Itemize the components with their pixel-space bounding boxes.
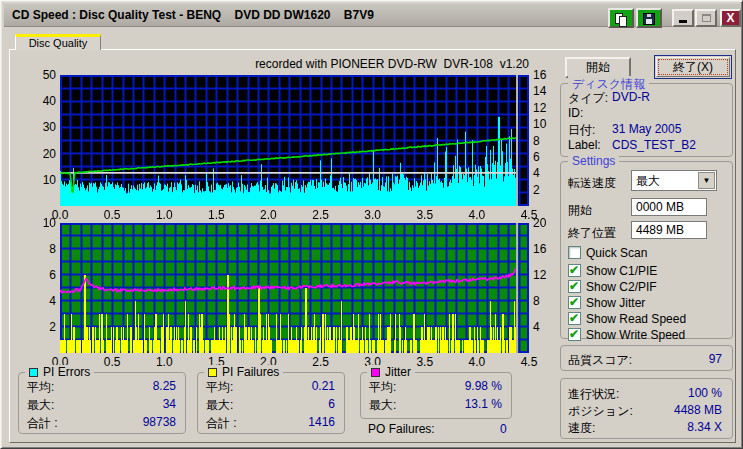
pi-errors-legend-swatch (29, 368, 38, 377)
checkbox-show-c1-pie[interactable]: Show C1/PIE (568, 264, 728, 279)
progress-value: 100 % (688, 386, 722, 400)
show-c2-pif-checkbox-icon[interactable] (568, 280, 581, 293)
transfer-rate-select[interactable]: 最大 ▼ (631, 170, 717, 191)
x-axis-tick: 0.5 (98, 208, 126, 222)
right-axis-tick: 4 (533, 320, 557, 334)
save-icon[interactable] (636, 8, 662, 28)
recorded-with-annotation: recorded with PIONEER DVD-RW DVR-108 v1.… (60, 57, 529, 71)
show-jitter-label: Show Jitter (586, 296, 645, 310)
pi-failures-max-value: 6 (328, 397, 335, 411)
show-jitter-checkbox-icon[interactable] (568, 296, 581, 309)
right-axis-tick: 14 (533, 84, 557, 98)
show-write-speed-checkbox-icon[interactable] (568, 328, 581, 341)
checkbox-show-read-speed[interactable]: Show Read Speed (568, 312, 728, 327)
tab-disc-quality[interactable]: Disc Quality (15, 34, 101, 50)
pi-errors-avg-value: 8.25 (153, 379, 176, 393)
pi-failures-jitter-chart (60, 223, 529, 353)
right-axis-tick: 4 (533, 166, 557, 180)
disc-label-value: CDS_TEST_B2 (612, 138, 696, 152)
show-c1-pie-label: Show C1/PIE (586, 264, 657, 278)
scan-start-input[interactable]: 0000 MB (631, 198, 707, 216)
transfer-rate-value: 最大 (636, 174, 660, 188)
disc-type-value: DVD-R (612, 90, 650, 104)
minimize-button[interactable] (672, 9, 694, 27)
scan-end-label: 終了位置 (568, 225, 616, 242)
tab-label: Disc Quality (29, 37, 88, 49)
jitter-avg-label: 平均: (369, 379, 396, 396)
stop-button-label: 終了(X) (673, 60, 713, 74)
po-failures-value: 0 (500, 422, 507, 436)
pi-failures-avg-value: 0.21 (312, 379, 335, 393)
left-axis-tick: 10 (34, 216, 56, 230)
pi-failures-avg-label: 平均: (206, 379, 233, 396)
jitter-legend: Jitter (367, 365, 415, 379)
x-axis-tick: 4.0 (463, 355, 491, 369)
x-axis-tick: 4.5 (515, 355, 543, 369)
jitter-legend-swatch (371, 368, 380, 377)
copy-icon[interactable] (608, 8, 634, 28)
maximize-icon (702, 14, 711, 22)
right-axis-tick: 16 (533, 242, 557, 256)
jitter-max-label: 最大: (369, 397, 396, 414)
close-button[interactable]: X (720, 9, 741, 27)
title-bar[interactable]: CD Speed : Disc Quality Test - BENQ DVD … (4, 4, 741, 27)
start-button[interactable]: 開始 (565, 57, 631, 78)
position-label: ポジション: (568, 403, 633, 420)
jitter-stats-group: 平均: 9.98 % 最大: 13.1 % (360, 372, 512, 419)
checkbox-show-jitter[interactable]: Show Jitter (568, 296, 728, 311)
speed-value: 8.34 X (687, 420, 722, 434)
transfer-rate-label: 転送速度 (568, 175, 616, 192)
right-axis-tick: 12 (533, 268, 557, 282)
pi-errors-stats-group: 平均: 8.25 最大: 34 合計 : 98738 (18, 372, 186, 434)
po-failures-label: PO Failures: (368, 422, 435, 436)
left-axis-tick: 4 (34, 294, 56, 308)
left-axis-tick: 30 (34, 120, 56, 134)
x-axis-tick: 3.5 (411, 208, 439, 222)
right-axis-tick: 6 (533, 150, 557, 164)
floppy-disk-icon (643, 13, 655, 25)
stop-button[interactable]: 終了(X) (654, 55, 732, 79)
start-button-label: 開始 (586, 60, 610, 74)
chevron-down-icon[interactable]: ▼ (698, 172, 715, 189)
pi-errors-total-label: 合計 : (27, 415, 58, 432)
checkbox-quick-scan[interactable]: Quick Scan (568, 246, 728, 261)
left-axis-tick: 20 (34, 147, 56, 161)
pi-failures-legend-swatch (208, 368, 217, 377)
show-write-speed-label: Show Write Speed (586, 328, 685, 342)
disc-date-value: 31 May 2005 (612, 122, 681, 136)
x-axis-tick: 1.0 (150, 355, 178, 369)
right-axis-tick: 12 (533, 101, 557, 115)
checkbox-show-write-speed[interactable]: Show Write Speed (568, 328, 728, 343)
pi-failures-max-label: 最大: (206, 397, 233, 414)
quick-scan-checkbox-icon[interactable] (568, 246, 581, 259)
right-axis-tick: 20 (533, 216, 557, 230)
show-read-speed-label: Show Read Speed (586, 312, 686, 326)
minimize-icon (679, 20, 687, 23)
close-icon: X (726, 11, 734, 25)
maximize-button[interactable] (695, 9, 717, 27)
right-axis-tick: 16 (533, 68, 557, 82)
pi-failures-legend: PI Failures (204, 365, 283, 379)
quality-score-group: 品質スコア: 97 (560, 345, 733, 371)
progress-label: 進行状況: (568, 386, 619, 403)
x-axis-tick: 2.0 (254, 208, 282, 222)
disc-id-label: ID: (568, 106, 583, 120)
scan-end-input[interactable]: 4489 MB (631, 221, 707, 239)
disc-type-label: タイプ: (568, 90, 608, 107)
left-axis-tick: 8 (34, 242, 56, 256)
show-c1-pie-checkbox-icon[interactable] (568, 264, 581, 277)
x-axis-tick: 4.0 (463, 208, 491, 222)
quality-score-label: 品質スコア: (568, 352, 632, 369)
left-axis-tick: 50 (34, 68, 56, 82)
left-axis-tick: 10 (34, 173, 56, 187)
pi-failures-total-value: 1416 (308, 415, 335, 429)
pi-errors-legend-label: PI Errors (43, 365, 90, 379)
checkbox-show-c2-pif[interactable]: Show C2/PIF (568, 280, 728, 295)
show-c2-pif-label: Show C2/PIF (586, 280, 657, 294)
pi-failures-stats-group: 平均: 0.21 最大: 6 合計 : 1416 (197, 372, 345, 434)
pi-errors-max-label: 最大: (27, 397, 54, 414)
pi-failures-legend-label: PI Failures (222, 365, 279, 379)
show-read-speed-checkbox-icon[interactable] (568, 312, 581, 325)
left-axis-tick: 2 (34, 320, 56, 334)
disc-info-group: ディスク情報 タイプ: DVD-R ID: 日付: 31 May 2005 La… (560, 83, 733, 157)
